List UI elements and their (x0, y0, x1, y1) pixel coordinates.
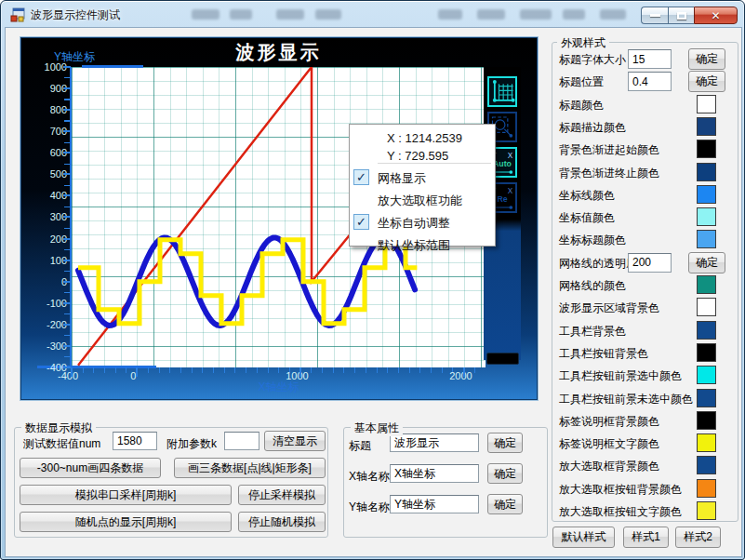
stop-random-button[interactable]: 停止随机模拟 (238, 512, 326, 532)
color-swatch[interactable] (697, 185, 716, 204)
color-swatch[interactable] (697, 479, 716, 498)
grid-icon (489, 78, 515, 105)
x-major-tick (299, 367, 301, 377)
caption-buttons: ✕ (641, 7, 738, 24)
y-name-input[interactable] (390, 495, 479, 513)
cursor-coordinate-readout: Y : 729.595 (387, 149, 448, 163)
y-major-tick (63, 324, 71, 326)
grid-toggle-button[interactable] (487, 76, 517, 107)
color-swatch[interactable] (697, 389, 716, 407)
y-major-tick (63, 260, 71, 261)
color-swatch[interactable] (697, 366, 716, 384)
stop-sample-button[interactable]: 停止采样模拟 (238, 485, 326, 505)
appearance-row-label: 标题位置 (559, 74, 604, 90)
color-swatch[interactable] (697, 140, 716, 158)
title-input[interactable] (390, 433, 479, 452)
title-confirm-button[interactable]: 确定 (487, 433, 523, 453)
close-button[interactable]: ✕ (694, 7, 738, 24)
y-tick-label: 0 (20, 276, 67, 287)
y-tick-label: 900 (20, 83, 67, 94)
appearance-row-label: 工具栏按钮前景选中颜色 (559, 368, 682, 384)
menu-item-2[interactable]: 放大选取框功能 (350, 189, 495, 211)
appearance-row-label: 背景色渐进终止颜色 (559, 166, 659, 181)
glass-reflection (600, 9, 626, 20)
appearance-row-label: 工具栏背景色 (559, 324, 626, 340)
color-swatch[interactable] (697, 411, 716, 430)
x-major-tick (463, 367, 465, 377)
appearance-row-label: 标题颜色 (559, 98, 604, 113)
appearance-row-label: 网格线的颜色 (559, 278, 626, 294)
appearance-row-label: 网格线的透明度 (559, 256, 637, 272)
y-major-tick (63, 345, 71, 347)
menu-item-3[interactable]: ✓坐标自动调整 (350, 211, 495, 233)
color-swatch[interactable] (697, 343, 716, 362)
sim-serial-button[interactable]: 模拟串口采样[周期k] (20, 485, 232, 505)
y-name-label: Y轴名称 (349, 500, 390, 515)
confirm-button[interactable]: 确定 (688, 71, 725, 92)
y-tick-label: 800 (20, 104, 67, 115)
y-tick-label: 100 (20, 255, 67, 266)
draw-four-button[interactable]: -300~num画四条数据 (20, 458, 161, 478)
appearance-row-label: 背景色渐进起始颜色 (559, 142, 659, 158)
x-major-tick (71, 367, 73, 377)
appearance-row-label: 标题字体大小 (559, 52, 626, 68)
y-name-confirm-button[interactable]: 确定 (487, 494, 523, 514)
context-menu: X : 1214.2539Y : 729.595✓网格显示放大选取框功能✓坐标自… (349, 124, 496, 247)
draw-three-button[interactable]: 画三条数据[点|线|矩形条] (174, 458, 326, 478)
color-swatch[interactable] (697, 230, 716, 248)
x-name-input[interactable] (390, 464, 479, 483)
appearance-value-input[interactable] (628, 72, 672, 91)
x-name-confirm-button[interactable]: 确定 (487, 463, 523, 484)
color-swatch[interactable] (697, 501, 716, 520)
clear-display-button[interactable]: 清空显示 (264, 431, 326, 451)
maximize-icon (677, 12, 686, 20)
glass-reflection (563, 9, 585, 20)
y-tick-label: 500 (20, 168, 67, 180)
color-swatch[interactable] (697, 275, 716, 294)
k-input[interactable] (224, 432, 259, 450)
color-swatch[interactable] (697, 298, 716, 316)
minimize-button[interactable] (641, 7, 668, 24)
y-major-tick (63, 281, 71, 283)
x-tick-label: -400 (45, 370, 91, 381)
color-swatch[interactable] (697, 321, 716, 340)
glass-reflection (477, 9, 505, 20)
color-swatch[interactable] (697, 95, 716, 113)
random-points-button[interactable]: 随机点的显示[周期k] (20, 512, 232, 532)
menu-separator (378, 163, 491, 164)
menu-item-1[interactable]: ✓网格显示 (350, 167, 495, 189)
appearance-row-label: 放大选取框按钮背景颜色 (559, 482, 682, 498)
appearance-value-input[interactable] (628, 253, 672, 273)
style-preset-button-2[interactable]: 样式2 (675, 527, 721, 548)
color-swatch[interactable] (697, 456, 716, 474)
num-input[interactable] (113, 432, 157, 450)
data-sim-group-label: 数据显示模拟 (21, 420, 96, 436)
y-tick-label: 600 (20, 147, 67, 158)
appearance-row-label: 坐标值颜色 (559, 210, 615, 226)
app-window: 波形显示控件测试 ✕ 波形显示 Y轴坐标 X轴坐标 10009008007006… (0, 0, 745, 560)
appearance-row-label: 坐标线颜色 (559, 188, 615, 204)
color-swatch[interactable] (697, 163, 716, 181)
appearance-row-label: 标签说明框文字颜色 (559, 436, 659, 452)
y-major-tick (63, 173, 71, 175)
menu-item-4[interactable]: 默认坐标范围 (350, 233, 495, 256)
title-bar[interactable]: 波形显示控件测试 ✕ (1, 1, 744, 27)
x-tick-label: 1000 (273, 370, 320, 381)
style-preset-button-0[interactable]: 默认样式 (552, 527, 615, 548)
style-preset-button-1[interactable]: 样式1 (623, 527, 669, 548)
appearance-value-input[interactable] (628, 49, 672, 69)
appearance-row-label: 坐标标题颜色 (559, 233, 626, 248)
confirm-button[interactable]: 确定 (688, 48, 725, 70)
color-swatch[interactable] (697, 207, 716, 226)
menu-item-label: 默认坐标范围 (378, 237, 450, 254)
glass-reflection (192, 9, 220, 20)
y-major-tick (63, 66, 71, 68)
y-tick-label: -200 (20, 319, 67, 330)
maximize-button[interactable] (668, 7, 694, 24)
menu-item-label: 坐标自动调整 (378, 215, 450, 232)
confirm-button[interactable]: 确定 (688, 252, 725, 273)
appearance-row-label: 工具栏按钮前景未选中颜色 (559, 392, 693, 407)
y-tick-label: 1000 (20, 61, 67, 73)
color-swatch[interactable] (697, 433, 716, 452)
color-swatch[interactable] (697, 117, 716, 136)
